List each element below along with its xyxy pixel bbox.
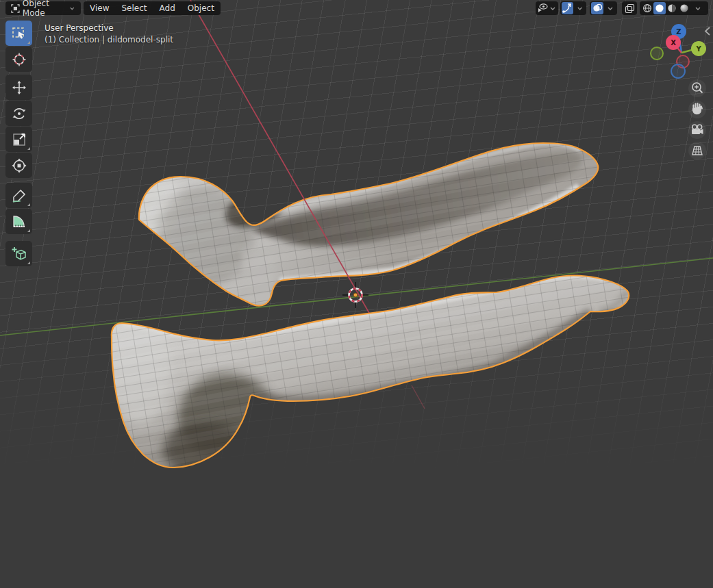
eye-pointer-icon bbox=[537, 3, 549, 14]
shading-wireframe[interactable] bbox=[641, 2, 653, 14]
xray-toggle[interactable] bbox=[622, 1, 637, 15]
overlays-toggle[interactable] bbox=[591, 2, 603, 14]
tool-select-box[interactable] bbox=[5, 21, 32, 46]
rotate-icon bbox=[11, 105, 27, 122]
tool-rotate[interactable] bbox=[5, 101, 32, 126]
menu-view[interactable]: View bbox=[84, 1, 115, 15]
tool-add-cube[interactable] bbox=[5, 241, 32, 266]
annotate-pencil-icon bbox=[11, 188, 27, 204]
shading-rendered[interactable] bbox=[678, 2, 690, 14]
model-half-top[interactable] bbox=[128, 143, 598, 305]
xray-squares-icon bbox=[625, 3, 635, 14]
solid-sphere-icon bbox=[655, 3, 664, 13]
gizmo-axis-y-positive[interactable]: Y bbox=[691, 41, 706, 56]
subtool-indicator bbox=[27, 203, 30, 206]
gizmo-axis-y-negative[interactable] bbox=[651, 47, 663, 60]
orthographic-toggle-button[interactable] bbox=[688, 142, 706, 159]
move-icon bbox=[11, 79, 27, 96]
shading-material[interactable] bbox=[666, 2, 678, 14]
subtool-indicator bbox=[27, 229, 30, 232]
chevron-down-icon[interactable] bbox=[607, 5, 614, 11]
overlays-dropdown bbox=[590, 1, 617, 15]
subtool-indicator bbox=[27, 261, 30, 264]
gizmos-dropdown bbox=[560, 1, 586, 15]
measure-protractor-icon bbox=[11, 214, 27, 230]
active-object-label: (1) Collection | dildomodel-split bbox=[45, 35, 173, 44]
scale-icon bbox=[11, 131, 27, 148]
pan-button[interactable] bbox=[688, 101, 706, 118]
subtool-indicator bbox=[27, 147, 30, 150]
overlays-circles-icon bbox=[592, 3, 603, 13]
object-mode-icon bbox=[11, 3, 20, 14]
tool-scale[interactable] bbox=[5, 127, 32, 152]
select-box-icon bbox=[11, 25, 27, 42]
gizmo-y-label: Y bbox=[695, 45, 701, 53]
zoom-button[interactable] bbox=[688, 79, 706, 97]
shading-mode-group bbox=[640, 1, 708, 15]
chevron-down-icon bbox=[69, 5, 75, 11]
mode-label: Object Mode bbox=[23, 0, 67, 18]
blender-window: Object Mode View Select Add Object bbox=[0, 0, 713, 588]
mode-selector[interactable]: Object Mode bbox=[5, 1, 81, 15]
subtool-indicator bbox=[27, 41, 30, 44]
menu-add[interactable]: Add bbox=[153, 1, 182, 15]
tool-annotate[interactable] bbox=[5, 183, 32, 208]
chevron-down-icon bbox=[549, 5, 556, 11]
gizmo-z-label: Z bbox=[676, 28, 681, 36]
rendered-sphere-icon bbox=[679, 3, 689, 13]
header-menubar: View Select Add Object bbox=[84, 1, 221, 15]
view-name-label: User Perspective bbox=[45, 23, 114, 33]
gizmos-toggle[interactable] bbox=[562, 2, 573, 14]
menu-select[interactable]: Select bbox=[115, 1, 153, 15]
viewport-canvas[interactable] bbox=[0, 0, 713, 588]
cursor-tool-icon bbox=[11, 51, 27, 68]
add-cube-icon bbox=[11, 246, 27, 262]
view-controls bbox=[685, 77, 711, 163]
gizmo-arc-icon bbox=[562, 3, 572, 13]
tool-cursor[interactable] bbox=[5, 47, 32, 72]
menu-object[interactable]: Object bbox=[182, 1, 221, 15]
tool-measure[interactable] bbox=[5, 209, 32, 234]
tool-shelf bbox=[5, 21, 32, 267]
gizmo-x-label: X bbox=[671, 39, 676, 47]
gizmo-axis-z-negative[interactable] bbox=[671, 64, 685, 78]
visibility-dropdown[interactable] bbox=[536, 1, 558, 15]
shading-solid[interactable] bbox=[653, 2, 666, 14]
camera-view-button[interactable] bbox=[688, 121, 706, 139]
chevron-down-icon[interactable] bbox=[695, 5, 701, 11]
chevron-down-icon[interactable] bbox=[577, 5, 583, 11]
model-half-bottom[interactable] bbox=[110, 276, 629, 477]
x-axis-line-occluded bbox=[412, 385, 425, 409]
material-sphere-icon bbox=[667, 3, 677, 13]
gizmo-axis-x-positive[interactable]: X bbox=[666, 35, 681, 50]
navigation-gizmo[interactable]: Z X Y bbox=[645, 21, 713, 84]
tool-move[interactable] bbox=[5, 75, 32, 100]
tool-transform[interactable] bbox=[5, 153, 32, 178]
wireframe-sphere-icon bbox=[642, 3, 652, 13]
transform-icon bbox=[11, 157, 27, 174]
